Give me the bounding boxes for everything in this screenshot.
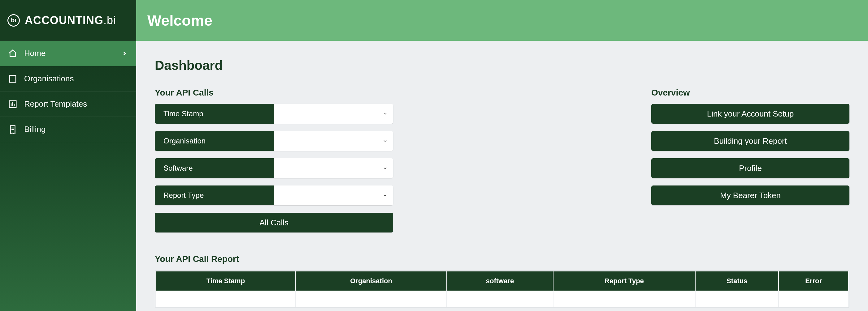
content: Dashboard Your API Calls Time Stamp Orga… [136,41,868,311]
filter-label: Time Stamp [155,104,274,124]
api-call-report-table: Time Stamp Organisation software Report … [155,270,849,308]
app-root: bi ACCOUNTING.bi Home Organisations [0,0,868,311]
table-col-report-type: Report Type [554,271,695,290]
api-calls-title: Your API Calls [155,88,639,98]
filter-select-organisation[interactable] [274,131,393,151]
sidebar-item-report-templates[interactable]: Report Templates [0,92,136,117]
page-title: Welcome [147,12,212,29]
sidebar-item-label: Home [24,48,45,58]
filter-select-report-type[interactable] [274,185,393,205]
sidebar-item-home[interactable]: Home [0,41,136,66]
filter-time-stamp: Time Stamp [155,104,393,124]
api-call-report-section: Your API Call Report Time Stamp Organisa… [155,254,849,308]
overview-buttons: Link your Account Setup Building your Re… [651,104,849,205]
home-icon [7,48,18,59]
table-col-status: Status [695,271,778,290]
brand: bi ACCOUNTING.bi [0,0,136,41]
filter-select-time-stamp[interactable] [274,104,393,124]
table-header: Time Stamp Organisation software Report … [156,271,848,290]
filter-software: Software [155,158,393,178]
filter-label: Report Type [155,185,274,205]
overview-profile-button[interactable]: Profile [651,158,849,178]
table-row [156,291,848,307]
api-call-report-title: Your API Call Report [155,254,849,264]
filter-report-type: Report Type [155,185,393,205]
filter-label: Software [155,158,274,178]
topbar: Welcome [136,0,868,41]
overview-bearer-token-button[interactable]: My Bearer Token [651,185,849,205]
filter-select-software[interactable] [274,158,393,178]
table-col-error: Error [779,271,848,290]
overview-build-report-button[interactable]: Building your Report [651,131,849,151]
table-col-organisation: Organisation [296,271,446,290]
filter-label: Organisation [155,131,274,151]
sidebar-item-label: Organisations [24,74,74,83]
overview-link-account-button[interactable]: Link your Account Setup [651,104,849,124]
brand-name: ACCOUNTING [25,14,103,27]
brand-text: ACCOUNTING.bi [25,14,116,27]
sidebar-nav: Home Organisations Report Templates [0,41,136,142]
overview-section: Overview Link your Account Setup Buildin… [651,88,849,205]
sidebar-item-label: Report Templates [24,99,87,109]
main: Welcome Dashboard Your API Calls Time St… [136,0,868,311]
building-icon [7,74,18,84]
table-body [156,291,848,307]
brand-suffix: .bi [103,14,116,27]
all-calls-button[interactable]: All Calls [155,213,393,233]
overview-title: Overview [651,88,849,98]
chevron-right-icon [120,49,129,58]
table-col-time-stamp: Time Stamp [156,271,295,290]
api-calls-section: Your API Calls Time Stamp Organisation S… [155,88,639,233]
svg-rect-0 [9,75,16,82]
brand-logo-letter: bi [11,17,17,24]
sidebar-item-billing[interactable]: Billing [0,117,136,142]
sidebar-item-organisations[interactable]: Organisations [0,66,136,92]
sidebar-item-label: Billing [24,125,45,134]
filter-organisation: Organisation [155,131,393,151]
receipt-icon [7,124,18,135]
filters: Time Stamp Organisation Software Re [155,104,393,233]
chart-icon [7,99,18,109]
dashboard-columns: Your API Calls Time Stamp Organisation S… [155,88,849,233]
sidebar: bi ACCOUNTING.bi Home Organisations [0,0,136,311]
table-col-software: software [447,271,553,290]
brand-logo-icon: bi [7,14,20,27]
dashboard-title: Dashboard [155,58,849,73]
